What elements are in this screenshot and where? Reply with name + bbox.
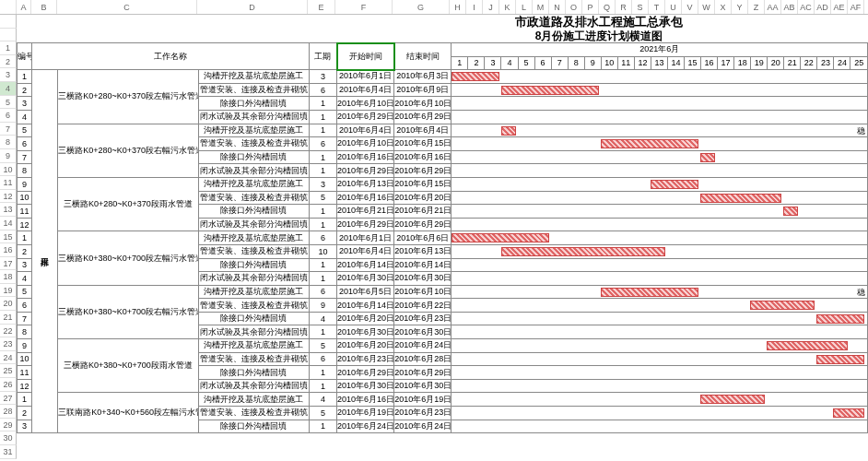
cell-end[interactable]: 2010年6月6日 [394, 231, 452, 245]
cell-end[interactable]: 2010年6月16日 [394, 150, 452, 164]
cell-dur[interactable]: 1 [309, 97, 336, 111]
cell-end[interactable]: 2010年6月4日 [394, 124, 452, 137]
cell-idx[interactable]: 7 [18, 312, 32, 325]
gantt-bar[interactable] [783, 207, 798, 216]
row-number[interactable]: 19 [0, 284, 17, 298]
cell-idx[interactable]: 10 [18, 352, 32, 366]
gantt-area[interactable]: 稳 [452, 285, 868, 299]
cell-dur[interactable]: 1 [309, 205, 336, 219]
col-letter[interactable]: Z [748, 0, 765, 14]
gantt-area[interactable] [452, 272, 868, 286]
cell-dur[interactable]: 9 [309, 299, 336, 313]
cell-task[interactable]: 闭水试验及其余部分沟槽回填 [198, 110, 309, 124]
col-letter[interactable]: AC [798, 0, 815, 14]
cell-task[interactable]: 沟槽开挖及基坑底垫层施工 [198, 124, 309, 137]
gantt-bar[interactable] [816, 314, 864, 324]
cell-idx[interactable]: 9 [18, 177, 32, 191]
cell-end[interactable]: 2010年6月24日 [394, 420, 452, 433]
cell-task[interactable]: 除接口外沟槽回填 [198, 366, 309, 380]
cell-end[interactable]: 2010年6月13日 [394, 244, 452, 258]
cell-end[interactable]: 2010年6月30日 [394, 379, 452, 393]
gantt-bar[interactable] [816, 355, 864, 364]
cell-dur[interactable]: 1 [309, 325, 336, 339]
gantt-bar[interactable] [767, 341, 848, 350]
gantt-area[interactable] [452, 137, 868, 151]
cell-task[interactable]: 管道安装、连接及检查井砌筑 [198, 244, 309, 258]
cell-idx[interactable]: 12 [18, 218, 32, 231]
cell-dur[interactable]: 1 [309, 379, 336, 393]
cell-idx[interactable]: 2 [18, 83, 32, 97]
cell-dur[interactable]: 1 [309, 366, 336, 380]
cell-start[interactable]: 2010年6月29日 [337, 218, 394, 231]
col-letter[interactable]: Y [732, 0, 748, 14]
row-number[interactable]: 4 [0, 82, 17, 96]
cell-idx[interactable]: 8 [18, 325, 32, 339]
gantt-area[interactable] [452, 164, 868, 178]
col-letter[interactable]: AD [815, 0, 831, 14]
gantt-bar[interactable] [501, 86, 599, 95]
cell-start[interactable]: 2010年6月23日 [337, 352, 394, 366]
cell-end[interactable]: 2010年6月24日 [394, 339, 452, 353]
col-letter[interactable]: F [335, 0, 393, 14]
gantt-area[interactable] [452, 420, 868, 433]
row-number[interactable]: 5 [0, 96, 17, 110]
gantt-area[interactable] [452, 407, 868, 420]
cell-start[interactable]: 2010年6月16日 [337, 150, 394, 164]
cell-start[interactable]: 2010年6月4日 [337, 124, 394, 137]
row-number[interactable]: 6 [0, 109, 17, 123]
gantt-area[interactable]: 稳 [452, 124, 868, 137]
col-letter[interactable]: M [533, 0, 549, 14]
col-letter[interactable]: AF [848, 0, 864, 14]
cell-task[interactable]: 沟槽开挖及基坑底垫层施工 [198, 339, 309, 353]
cell-dur[interactable]: 6 [309, 231, 336, 245]
row-number[interactable]: 20 [0, 297, 17, 311]
row-number[interactable]: 14 [0, 217, 17, 230]
row-number[interactable]: 28 [0, 405, 17, 419]
cell-task[interactable]: 除接口外沟槽回填 [198, 150, 309, 164]
gantt-area[interactable] [452, 366, 868, 380]
cell-dur[interactable]: 6 [309, 352, 336, 366]
cell-start[interactable]: 2010年6月1日 [337, 231, 394, 245]
col-letter[interactable]: T [649, 0, 665, 14]
cell-idx[interactable]: 12 [18, 379, 32, 393]
gantt-bar[interactable] [452, 72, 499, 81]
cell-dur[interactable]: 1 [309, 164, 336, 178]
cell-end[interactable]: 2010年6月29日 [394, 110, 452, 124]
cell-dur[interactable]: 10 [309, 244, 336, 258]
cell-idx[interactable]: 2 [18, 244, 32, 258]
row-number[interactable]: 10 [0, 163, 17, 177]
cell-idx[interactable]: 2 [18, 407, 32, 420]
gantt-area[interactable] [452, 312, 868, 325]
row-number[interactable]: 31 [0, 445, 17, 459]
row-number[interactable]: 15 [0, 230, 17, 244]
gantt-bar[interactable] [601, 288, 698, 297]
row-number[interactable]: 30 [0, 431, 17, 445]
cell-dur[interactable]: 5 [309, 191, 336, 205]
row-number[interactable]: 3 [0, 68, 17, 82]
cell-dur[interactable]: 1 [309, 110, 336, 124]
cell-start[interactable]: 2010年6月4日 [337, 244, 394, 258]
cell-task[interactable]: 除接口外沟槽回填 [198, 258, 309, 272]
cell-task[interactable]: 除接口外沟槽回填 [198, 312, 309, 325]
row-number[interactable]: 11 [0, 176, 17, 190]
gantt-area[interactable] [452, 393, 868, 407]
cell-dur[interactable]: 6 [309, 83, 336, 97]
col-letter[interactable]: AB [781, 0, 798, 14]
cell-end[interactable]: 2010年6月10日 [394, 285, 452, 299]
cell-task[interactable]: 沟槽开挖及基坑底垫层施工 [198, 177, 309, 191]
cell-task[interactable]: 闭水试验及其余部分沟槽回填 [198, 379, 309, 393]
row-number[interactable]: 7 [0, 123, 17, 136]
cell-start[interactable]: 2010年6月30日 [337, 325, 394, 339]
row-number[interactable] [0, 15, 17, 29]
gantt-area[interactable] [452, 339, 868, 353]
row-number[interactable]: 18 [0, 270, 17, 284]
cell-task[interactable]: 除接口外沟槽回填 [198, 205, 309, 219]
cell-end[interactable]: 2010年6月29日 [394, 218, 452, 231]
gantt-bar[interactable] [601, 139, 698, 148]
cell-task[interactable]: 闭水试验及其余部分沟槽回填 [198, 325, 309, 339]
cell-idx[interactable]: 6 [18, 137, 32, 151]
col-letter[interactable]: V [682, 0, 698, 14]
gantt-bar[interactable] [700, 395, 765, 404]
cell-task[interactable]: 沟槽开挖及基坑底垫层施工 [198, 285, 309, 299]
row-number[interactable]: 29 [0, 419, 17, 432]
